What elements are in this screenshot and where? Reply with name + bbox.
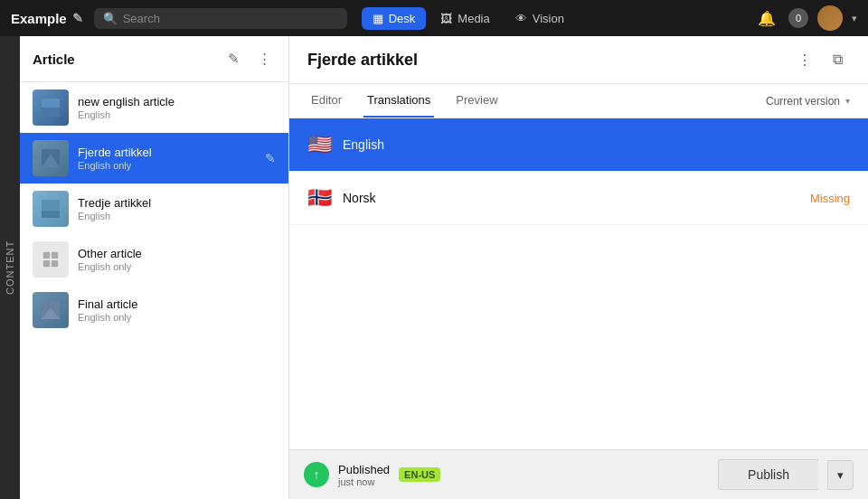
nav-tabs: ▦ Desk 🖼 Media 👁 Vision (362, 7, 575, 30)
published-icon: ↑ (304, 462, 329, 487)
sidebar-actions: ✎ ⋮ (222, 47, 276, 71)
tab-media-label: Media (458, 12, 489, 25)
counter-badge[interactable]: 0 (788, 8, 808, 28)
list-item-final[interactable]: Final article English only ✎ (20, 285, 288, 335)
item-thumbnail (33, 241, 69, 278)
sidebar-title: Article (33, 52, 222, 67)
content-area: Fjerde artikkel ⋮ ⧉ Editor Translations … (289, 36, 868, 499)
translation-row-english[interactable]: 🇺🇸 English (289, 118, 868, 172)
edit-icon[interactable]: ✎ (222, 47, 245, 71)
item-subtitle: English only (78, 160, 256, 171)
tab-media[interactable]: 🖼 Media (429, 7, 500, 30)
item-thumbnail (33, 140, 69, 176)
item-subtitle: English only (78, 261, 256, 272)
tab-desk[interactable]: ▦ Desk (362, 7, 427, 30)
item-name: Tredje artikkel (78, 196, 276, 210)
version-selector[interactable]: Current version ▾ (766, 95, 850, 108)
item-edit-icon[interactable]: ✎ (265, 151, 276, 165)
publish-dropdown-button[interactable]: ▾ (827, 460, 854, 490)
media-icon: 🖼 (440, 12, 452, 25)
svg-rect-8 (43, 260, 50, 267)
translation-row-norsk[interactable]: 🇳🇴 Norsk Missing (289, 172, 868, 225)
search-icon: 🔍 (103, 12, 118, 25)
top-navigation: Example ✎ 🔍 ▦ Desk 🖼 Media 👁 Vision 🔔 0 … (0, 0, 868, 36)
item-name: new english article (78, 95, 256, 108)
item-text: Other article English only (78, 247, 256, 272)
language-name: English (343, 137, 850, 152)
content-header: Fjerde artikkel ⋮ ⧉ (289, 36, 868, 84)
flag-us-icon: 🇺🇸 (307, 133, 332, 156)
tab-vision-label: Vision (533, 12, 564, 25)
item-text: Fjerde artikkel English only (78, 146, 256, 171)
item-subtitle: English (78, 109, 256, 120)
chevron-down-icon: ▾ (837, 468, 844, 482)
content-label: Content (0, 36, 20, 499)
split-view-icon[interactable]: ⧉ (825, 47, 850, 72)
item-subtitle: English (78, 211, 276, 221)
brand-name: Example (11, 11, 67, 26)
brand-edit-icon[interactable]: ✎ (72, 11, 83, 25)
desk-icon: ▦ (373, 12, 383, 25)
content-tabs: Editor Translations Preview Current vers… (289, 84, 868, 118)
version-label: Current version (766, 95, 840, 108)
avatar[interactable] (817, 5, 843, 31)
item-text: Final article English only (78, 297, 256, 323)
svg-rect-9 (52, 260, 58, 267)
tab-editor-label: Editor (311, 93, 342, 107)
published-time: just now (338, 476, 390, 487)
published-label: Published (338, 463, 390, 476)
svg-rect-1 (42, 108, 60, 117)
topnav-right: 🔔 0 ▾ (754, 5, 857, 31)
missing-status: Missing (810, 192, 850, 205)
tab-preview[interactable]: Preview (452, 84, 501, 118)
search-bar[interactable]: 🔍 (94, 8, 347, 29)
tab-editor[interactable]: Editor (307, 84, 345, 118)
tab-translations[interactable]: Translations (363, 84, 434, 118)
item-thumbnail (33, 191, 69, 227)
svg-rect-6 (43, 252, 50, 259)
tab-desk-label: Desk (389, 12, 416, 25)
item-name: Fjerde artikkel (78, 146, 256, 159)
content-header-actions: ⋮ ⧉ (792, 47, 850, 72)
tab-vision[interactable]: 👁 Vision (505, 7, 575, 30)
item-text: new english article English (78, 95, 256, 120)
item-name: Other article (78, 247, 256, 260)
published-info: Published just now (338, 463, 390, 487)
item-name: Final article (78, 297, 256, 311)
more-options-icon[interactable]: ⋮ (792, 47, 817, 72)
item-subtitle: English only (78, 312, 256, 323)
list-item-new-english[interactable]: new english article English ✎ (20, 82, 288, 133)
publish-button[interactable]: Publish (718, 459, 818, 490)
item-text: Tredje artikkel English (78, 196, 276, 221)
avatar-chevron-icon[interactable]: ▾ (852, 13, 857, 24)
app-brand: Example ✎ (11, 11, 83, 26)
item-thumbnail (33, 89, 69, 126)
item-thumbnail (33, 292, 69, 328)
list-item-tredje[interactable]: Tredje artikkel English (20, 184, 288, 234)
search-input[interactable] (123, 12, 338, 25)
svg-rect-7 (52, 252, 58, 259)
language-badge: EN-US (399, 467, 440, 482)
list-item-fjerde[interactable]: Fjerde artikkel English only ✎ (20, 133, 288, 184)
tab-preview-label: Preview (456, 93, 497, 107)
sidebar: Article ✎ ⋮ new english article English … (20, 36, 289, 499)
vision-icon: 👁 (515, 12, 527, 25)
main-layout: Content Article ✎ ⋮ new english article … (0, 36, 868, 499)
chevron-down-icon: ▾ (845, 96, 850, 106)
translations-area: 🇺🇸 English 🇳🇴 Norsk Missing (289, 118, 868, 449)
content-title: Fjerde artikkel (307, 51, 785, 70)
list-item-other[interactable]: Other article English only ✎ (20, 234, 288, 285)
flag-no-icon: 🇳🇴 (307, 186, 332, 210)
bell-icon[interactable]: 🔔 (754, 5, 779, 31)
svg-rect-5 (42, 212, 60, 219)
more-options-icon[interactable]: ⋮ (252, 47, 276, 71)
sidebar-header: Article ✎ ⋮ (20, 36, 288, 82)
tab-translations-label: Translations (367, 93, 430, 107)
bottom-bar: ↑ Published just now EN-US Publish ▾ (289, 449, 868, 499)
language-name: Norsk (343, 191, 810, 205)
